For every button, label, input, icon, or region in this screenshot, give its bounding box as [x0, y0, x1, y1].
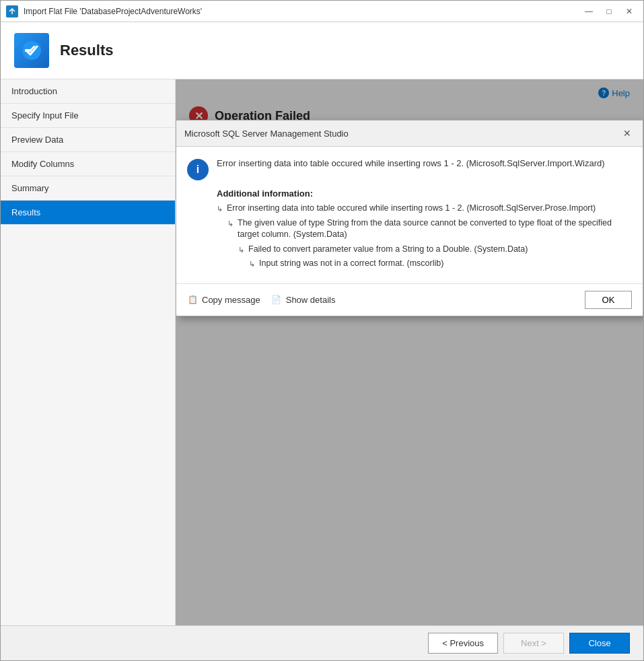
app-icon — [6, 5, 18, 18]
close-button[interactable]: Close — [569, 633, 630, 654]
sidebar: Introduction Specify Input File Preview … — [1, 79, 176, 625]
modal-title: Microsoft SQL Server Management Studio — [184, 129, 349, 139]
window-close-button[interactable]: ✕ — [620, 5, 638, 18]
error-item-4: ↳ Input string was not in a correct form… — [249, 258, 632, 270]
modal-titlebar: Microsoft SQL Server Management Studio ✕ — [176, 120, 643, 147]
error-text-3: Failed to convert parameter value from a… — [248, 244, 528, 256]
copy-icon: 📋 — [187, 294, 198, 305]
wizard-header: Results — [1, 22, 643, 79]
details-icon: 📄 — [271, 294, 282, 305]
wizard-footer: < Previous Next > Close — [1, 625, 643, 660]
modal-footer-left: 📋 Copy message 📄 Show details — [187, 294, 335, 305]
show-details-button[interactable]: 📄 Show details — [271, 294, 336, 305]
title-bar-controls: — □ ✕ — [580, 5, 638, 18]
additional-info-title: Additional information: — [217, 188, 632, 199]
error-text-4: Input string was not in a correct format… — [259, 258, 443, 270]
modal-overlay: Microsoft SQL Server Management Studio ✕… — [176, 79, 643, 625]
sidebar-item-specify-input-file[interactable]: Specify Input File — [1, 104, 175, 128]
error-text-1: Error inserting data into table occured … — [227, 203, 596, 215]
copy-message-button[interactable]: 📋 Copy message — [187, 294, 260, 305]
error-tree: ↳ Error inserting data into table occure… — [217, 203, 632, 270]
info-icon: i — [187, 159, 209, 180]
sidebar-item-introduction[interactable]: Introduction — [1, 79, 175, 104]
tree-arrow-3: ↳ — [238, 245, 244, 255]
error-item-1: ↳ Error inserting data into table occure… — [217, 203, 632, 215]
copy-message-label: Copy message — [202, 295, 260, 305]
modal-footer: 📋 Copy message 📄 Show details OK — [176, 283, 643, 316]
sidebar-item-results[interactable]: Results — [1, 201, 175, 225]
sidebar-item-preview-data[interactable]: Preview Data — [1, 128, 175, 152]
tree-arrow-4: ↳ — [249, 259, 255, 269]
tree-arrow-2: ↳ — [227, 219, 234, 229]
show-details-label: Show details — [286, 295, 336, 305]
modal-close-button[interactable]: ✕ — [620, 126, 635, 141]
error-item-2: ↳ The given value of type String from th… — [227, 217, 632, 241]
minimize-button[interactable]: — — [580, 5, 598, 18]
maximize-button[interactable]: □ — [600, 5, 618, 18]
error-text-2: The given value of type String from the … — [238, 217, 632, 241]
modal-body: i Error inserting data into table occure… — [176, 147, 643, 283]
tree-arrow-1: ↳ — [217, 204, 223, 214]
sidebar-item-summary[interactable]: Summary — [1, 176, 175, 201]
modal-additional-info: Additional information: ↳ Error insertin… — [217, 188, 632, 270]
modal-info-row: i Error inserting data into table occure… — [187, 158, 632, 180]
wizard-title: Results — [60, 42, 113, 59]
modal-main-message: Error inserting data into table occured … — [217, 158, 605, 170]
title-bar: Import Flat File 'DatabaseProjectAdventu… — [1, 1, 643, 22]
content-area: ? Help ✕ Operation Failed Summary: Name … — [176, 79, 643, 625]
sidebar-item-modify-columns[interactable]: Modify Columns — [1, 152, 175, 176]
title-bar-text: Import Flat File 'DatabaseProjectAdventu… — [24, 7, 580, 16]
main-content: Introduction Specify Input File Preview … — [1, 79, 643, 625]
main-window: Import Flat File 'DatabaseProjectAdventu… — [0, 0, 644, 661]
error-dialog: Microsoft SQL Server Management Studio ✕… — [176, 120, 643, 316]
next-button[interactable]: Next > — [503, 633, 564, 654]
wizard-header-icon — [14, 33, 49, 68]
ok-button[interactable]: OK — [585, 291, 632, 309]
error-item-3: ↳ Failed to convert parameter value from… — [238, 244, 632, 256]
previous-button[interactable]: < Previous — [428, 633, 498, 654]
